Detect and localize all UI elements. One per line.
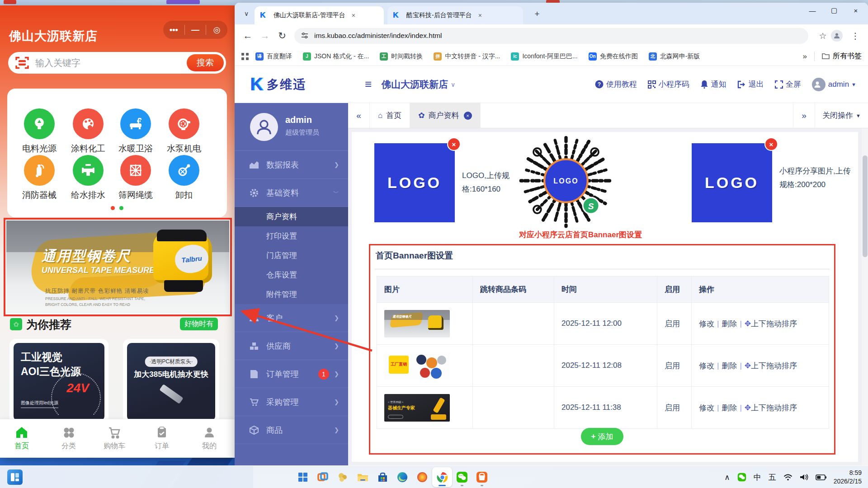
tray-wechat-icon[interactable]: [737, 473, 746, 482]
window-close[interactable]: ×: [845, 3, 866, 18]
product-card[interactable]: 工业视觉 AOI三色光源 24V 图像处理用led光源: [9, 339, 108, 425]
scrollbar-thumb[interactable]: [863, 155, 868, 257]
sidebar-item-order-management[interactable]: 订单管理 1 ❯: [235, 360, 348, 388]
profile-avatar[interactable]: [831, 30, 847, 42]
workspace-tab-home[interactable]: ⌂ 首页: [370, 103, 410, 128]
tab-home[interactable]: 首页: [6, 425, 38, 451]
widgets-icon[interactable]: [7, 469, 23, 485]
banner-image[interactable]: 通用型钢卷尺 UNIVERSAL TAPE MEASURE 抗压防摔 耐磨尺带 …: [6, 221, 229, 314]
sidebar-item-suppliers[interactable]: 供应商❯: [235, 332, 348, 360]
banner-thumbnail[interactable]: 工厂直销: [384, 352, 450, 380]
bookmark-item[interactable]: On免费在线作图: [589, 52, 638, 61]
category-item[interactable]: 消防器械: [18, 155, 61, 201]
sidebar-item-basic-data[interactable]: 基础资料﹀: [235, 179, 348, 207]
battery-icon[interactable]: [816, 474, 826, 480]
reload-button[interactable]: ↻: [274, 30, 291, 41]
workspace-tab-current[interactable]: ✿ 商户资料 ×: [410, 103, 480, 128]
sidebar-toggle-icon[interactable]: ≡: [365, 77, 372, 91]
drag-sort-handle[interactable]: ✥: [745, 319, 751, 328]
sidebar-item-purchase-management[interactable]: 采购管理❯: [235, 388, 348, 416]
sidebar-subitem-merchant-info[interactable]: 商户资料: [235, 207, 348, 226]
taskbar-vmware-icon[interactable]: [313, 467, 333, 487]
banner-thumbnail[interactable]: 器械生产专家 < 世界内销 >: [384, 394, 450, 422]
bookmark-item[interactable]: 工时间戳转换: [380, 52, 423, 61]
bookmark-item[interactable]: 北北森网申-新版: [649, 52, 700, 61]
taskbar-chrome-icon-active[interactable]: [432, 467, 452, 487]
content-scrollbar[interactable]: [862, 128, 868, 465]
window-maximize[interactable]: ▢: [824, 3, 844, 18]
home-banner-annotated[interactable]: 通用型钢卷尺 UNIVERSAL TAPE MEASURE 抗压防摔 耐磨尺带 …: [4, 218, 232, 316]
add-banner-button[interactable]: +添加: [581, 428, 623, 445]
fullscreen-button[interactable]: 全屏: [775, 79, 801, 89]
delete-link[interactable]: 删除: [722, 361, 737, 370]
edit-link[interactable]: 修改: [699, 404, 714, 412]
sidebar-subitem-attachment-management[interactable]: 附件管理: [235, 285, 348, 304]
category-item[interactable]: 涂料化工: [66, 108, 110, 155]
scan-icon[interactable]: [15, 56, 29, 70]
category-item[interactable]: 水泵机电: [162, 108, 206, 155]
forward-button[interactable]: →: [256, 30, 274, 41]
tab-category[interactable]: 分类: [53, 425, 85, 451]
bookmarks-overflow-icon[interactable]: »: [803, 52, 807, 61]
category-item[interactable]: 给水排水: [66, 155, 110, 201]
delete-logo-icon[interactable]: ×: [447, 137, 461, 151]
browser-tab-active[interactable]: K 佛山大沥联新店-管理平台 ×: [255, 6, 384, 24]
tabs-scroll-left[interactable]: «: [348, 103, 370, 128]
new-tab-button[interactable]: +: [531, 8, 543, 20]
sidebar-subitem-warehouse-settings[interactable]: 仓库设置: [235, 265, 348, 285]
tab-orders[interactable]: 订单: [146, 425, 178, 451]
good-things-button[interactable]: 好物时有: [180, 318, 218, 330]
help-tutorial-button[interactable]: ? 使用教程: [595, 79, 637, 89]
wifi-icon[interactable]: [783, 474, 793, 481]
drag-sort-link[interactable]: 上下拖动排序: [751, 361, 797, 370]
bookmark-item[interactable]: icIconfont-阿里巴巴...: [511, 52, 577, 61]
drag-sort-link[interactable]: 上下拖动排序: [751, 319, 797, 328]
taskbar-clock[interactable]: 8:59 2026/2/15: [834, 469, 862, 486]
browser-menu-icon[interactable]: ⋮: [847, 31, 863, 41]
browser-tab[interactable]: K 酷宝科技-后台管理平台 ×: [387, 6, 523, 24]
user-menu[interactable]: admin ▼: [812, 78, 856, 91]
delete-link[interactable]: 删除: [722, 404, 737, 412]
carousel-dots[interactable]: [7, 204, 227, 212]
tabs-scroll-right[interactable]: »: [793, 103, 815, 128]
tab-me[interactable]: 我的: [193, 425, 225, 451]
category-item[interactable]: 筛网绳缆: [114, 155, 157, 201]
edit-link[interactable]: 修改: [699, 319, 714, 328]
drag-sort-handle[interactable]: ✥: [745, 361, 751, 370]
tab-close-icon[interactable]: ×: [478, 12, 482, 19]
tab-search-caret[interactable]: ∨: [240, 7, 253, 20]
close-operations-dropdown[interactable]: 关闭操作▼: [815, 103, 868, 128]
taskbar-firefox-icon[interactable]: [412, 467, 432, 487]
window-minimize[interactable]: —: [802, 3, 823, 18]
bookmark-item[interactable]: JJSON 格式化 - 在...: [303, 52, 369, 61]
ime-indicator[interactable]: 中: [754, 472, 761, 483]
taskbar-weidian-icon[interactable]: [472, 467, 492, 487]
more-icon[interactable]: •••: [163, 25, 184, 35]
address-bar[interactable]: ims.kubao.cc/administer/index/index.html: [294, 28, 808, 44]
drag-sort-handle[interactable]: ✥: [745, 404, 751, 412]
banner-thumbnail[interactable]: 通用型钢卷尺: [384, 310, 450, 338]
taskbar-store-icon[interactable]: [373, 467, 392, 487]
tab-close-icon[interactable]: ×: [352, 12, 355, 19]
taskbar-wechat-icon[interactable]: [452, 467, 472, 487]
minimize-icon[interactable]: —: [185, 25, 206, 35]
logout-button[interactable]: 退出: [737, 79, 764, 89]
sidebar-item-customers[interactable]: 客户❯: [235, 304, 348, 332]
bookmark-item[interactable]: 译百度翻译: [255, 52, 292, 61]
miniprogram-qr-button[interactable]: 小程序码: [648, 79, 689, 89]
taskbar-edge-icon[interactable]: [392, 467, 412, 487]
taskbar-start-button[interactable]: [293, 467, 313, 487]
bookmark-item[interactable]: 拼中文转拼音 - 汉字...: [434, 52, 500, 61]
sidebar-item-reports[interactable]: 数据报表❯: [235, 151, 348, 179]
category-item[interactable]: 卸扣: [162, 155, 206, 201]
back-button[interactable]: ←: [239, 30, 256, 41]
close-circle-icon[interactable]: ◎: [206, 25, 227, 35]
search-button[interactable]: 搜索: [187, 54, 224, 71]
category-item[interactable]: 电料光源: [18, 108, 61, 155]
sidebar-subitem-print-settings[interactable]: 打印设置: [235, 226, 348, 246]
search-placeholder[interactable]: 输入关键字: [35, 57, 187, 69]
sidebar-item-products[interactable]: 商品❯: [235, 416, 348, 444]
logo-image[interactable]: LOGO ×: [374, 143, 455, 222]
delete-share-image-icon[interactable]: ×: [764, 137, 778, 151]
tab-cart[interactable]: 购物车: [99, 425, 130, 451]
